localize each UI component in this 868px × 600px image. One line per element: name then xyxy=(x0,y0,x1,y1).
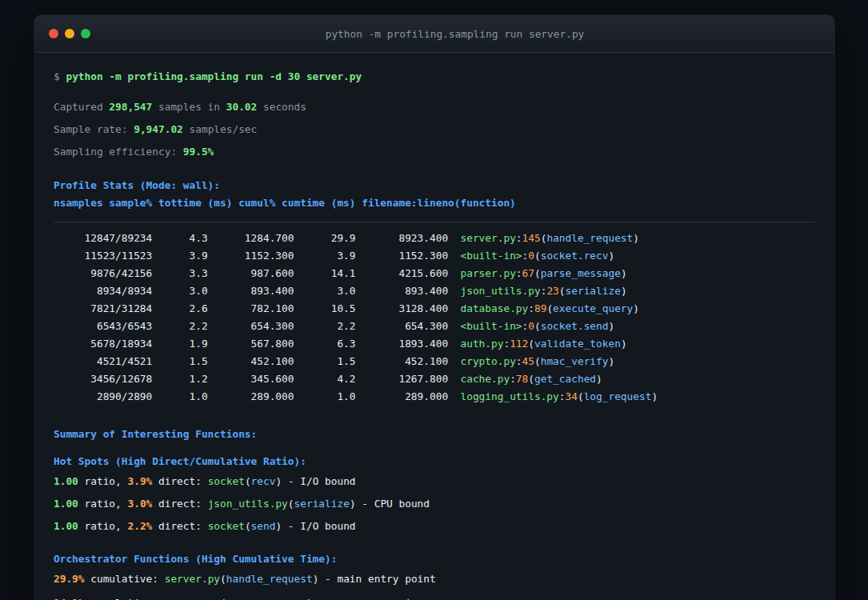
window-title: python -m profiling.sampling run server.… xyxy=(326,28,585,40)
zoom-button[interactable] xyxy=(81,29,90,38)
profile-table-row: 4521/4521 1.5 452.100 1.5 452.100 crypto… xyxy=(54,353,815,370)
table-divider xyxy=(54,222,815,222)
efficiency-line: Sampling efficiency: 99.5% xyxy=(54,143,815,161)
sample-rate-line: Sample rate: 9,947.02 samples/sec xyxy=(54,121,815,138)
hotspot-row: 1.00 ratio, 3.9% direct: socket(recv) - … xyxy=(54,473,815,490)
close-button[interactable] xyxy=(49,29,58,38)
profile-table-row: 5678/18934 1.9 567.800 6.3 1893.400 auth… xyxy=(54,335,815,353)
terminal-body: $ python -m profiling.sampling run -d 30… xyxy=(34,68,834,600)
orchestrators-heading: Orchestrator Functions (High Cumulative … xyxy=(54,550,815,568)
orchestrator-row: 29.9% cumulative: server.py(handle_reque… xyxy=(54,570,815,588)
command-line: $ python -m profiling.sampling run -d 30… xyxy=(54,68,815,86)
profile-table-row: 6543/6543 2.2 654.300 2.2 654.300 <built… xyxy=(54,318,815,335)
profile-table-row: 7821/31284 2.6 782.100 10.5 3128.400 dat… xyxy=(54,300,815,318)
summary-heading: Summary of Interesting Functions: xyxy=(54,426,815,443)
profile-table-row: 9876/42156 3.3 987.600 14.1 4215.600 par… xyxy=(54,265,815,282)
profile-table-row: 8934/8934 3.0 893.400 3.0 893.400 json_u… xyxy=(54,282,815,300)
profile-table-row: 3456/12678 1.2 345.600 4.2 1267.800 cach… xyxy=(54,370,815,388)
profile-table-row: 2890/2890 1.0 289.000 1.0 289.000 loggin… xyxy=(54,388,815,406)
orchestrator-row: 14.1% cumulative: parser.py(parse_messag… xyxy=(54,594,815,600)
terminal-titlebar: python -m profiling.sampling run server.… xyxy=(34,15,834,53)
hotspot-row: 1.00 ratio, 3.0% direct: json_utils.py(s… xyxy=(54,495,815,513)
hotspot-row: 1.00 ratio, 2.2% direct: socket(send) - … xyxy=(54,518,815,535)
captured-line: Captured 298,547 samples in 30.02 second… xyxy=(54,98,815,116)
profile-table-row: 12847/89234 4.3 1284.700 29.9 8923.400 s… xyxy=(54,230,815,247)
window-controls xyxy=(49,15,90,52)
minimize-button[interactable] xyxy=(65,29,74,38)
table-header: nsamples sample% tottime (ms) cumul% cum… xyxy=(54,194,815,212)
terminal-window: python -m profiling.sampling run server.… xyxy=(34,14,835,600)
hotspots-heading: Hot Spots (High Direct/Cumulative Ratio)… xyxy=(54,453,815,470)
profile-table-row: 11523/11523 3.9 1152.300 3.9 1152.300 <b… xyxy=(54,247,815,265)
profile-stats-heading: Profile Stats (Mode: wall): xyxy=(54,177,815,194)
